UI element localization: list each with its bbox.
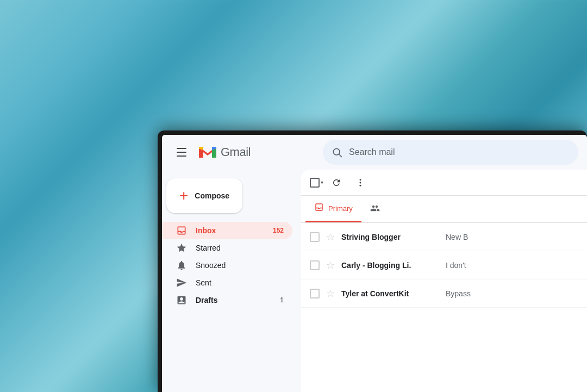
select-all-area[interactable]: ▾ — [310, 178, 323, 188]
snoozed-label: Snoozed — [196, 261, 284, 270]
menu-line-3 — [177, 155, 186, 157]
search-icon — [332, 147, 342, 158]
select-dropdown-arrow[interactable]: ▾ — [321, 179, 323, 185]
svg-line-10 — [339, 154, 342, 157]
gmail-header: Gmail — [162, 135, 587, 170]
search-bar[interactable] — [323, 140, 578, 165]
laptop-screen: Gmail + Compose — [162, 135, 587, 392]
email-area: ▾ — [301, 170, 587, 392]
email-row[interactable]: ☆ Tyler at ConvertKit Bypass — [301, 279, 587, 308]
snoozed-icon — [176, 260, 187, 271]
email-row[interactable]: ☆ Carly - Blogging Li. I don't — [301, 251, 587, 279]
gmail-m-icon — [198, 145, 217, 160]
email-star-1[interactable]: ☆ — [326, 231, 335, 243]
email-checkbox-3[interactable] — [310, 289, 320, 298]
primary-inbox-icon — [314, 202, 324, 212]
laptop-frame: Gmail + Compose — [158, 130, 587, 392]
social-people-icon — [370, 203, 380, 213]
svg-marker-8 — [199, 149, 203, 158]
refresh-button[interactable] — [326, 172, 347, 194]
tab-social[interactable] — [361, 196, 389, 222]
sidebar-item-drafts[interactable]: Drafts 1 — [162, 291, 292, 309]
primary-tab-icon — [314, 202, 324, 214]
email-sender-1: Striving Blogger — [341, 233, 439, 241]
more-options-icon — [355, 178, 365, 188]
compose-label: Compose — [195, 191, 229, 200]
email-star-2[interactable]: ☆ — [326, 259, 335, 271]
compose-plus-icon: + — [179, 188, 188, 203]
inbox-badge: 152 — [273, 227, 284, 234]
menu-line-2 — [177, 152, 186, 153]
more-options-button[interactable] — [349, 172, 371, 194]
social-tab-icon — [370, 203, 380, 215]
compose-button[interactable]: + Compose — [166, 178, 242, 213]
menu-line-1 — [177, 148, 186, 149]
email-preview-3: Bypass — [446, 289, 578, 298]
email-tabs: Primary — [301, 196, 587, 223]
sidebar: + Compose Inbox 152 — [162, 170, 301, 392]
drafts-label: Drafts — [196, 296, 271, 304]
email-toolbar: ▾ — [301, 170, 587, 196]
primary-tab-label: Primary — [328, 204, 353, 213]
inbox-label: Inbox — [196, 226, 264, 235]
tab-primary[interactable]: Primary — [305, 196, 361, 222]
email-checkbox-2[interactable] — [310, 260, 320, 270]
email-row[interactable]: ☆ Striving Blogger New B — [301, 223, 587, 251]
starred-label: Starred — [196, 244, 284, 252]
email-checkbox-1[interactable] — [310, 232, 320, 242]
email-sender-2: Carly - Blogging Li. — [341, 261, 439, 270]
main-content: + Compose Inbox 152 — [162, 170, 587, 392]
email-star-3[interactable]: ☆ — [326, 288, 335, 300]
email-list: ☆ Striving Blogger New B ☆ Carly - Blogg… — [301, 223, 587, 392]
sidebar-item-snoozed[interactable]: Snoozed — [162, 257, 292, 274]
drafts-badge: 1 — [280, 296, 284, 304]
refresh-icon — [332, 178, 341, 188]
svg-point-12 — [360, 182, 361, 183]
sent-icon — [176, 277, 187, 288]
svg-point-13 — [360, 184, 361, 186]
gmail-text-label: Gmail — [221, 145, 251, 159]
gmail-logo: Gmail — [198, 145, 251, 160]
email-preview-2: I don't — [446, 261, 578, 270]
email-preview-1: New B — [446, 233, 578, 241]
select-all-checkbox[interactable] — [310, 178, 320, 188]
svg-marker-7 — [212, 149, 216, 158]
starred-icon — [176, 242, 187, 253]
sent-label: Sent — [196, 278, 284, 287]
sidebar-item-starred[interactable]: Starred — [162, 239, 292, 257]
search-input[interactable] — [349, 147, 570, 157]
header-left: Gmail — [171, 141, 312, 163]
sidebar-item-inbox[interactable]: Inbox 152 — [162, 222, 292, 239]
menu-button[interactable] — [171, 141, 192, 163]
drafts-icon — [176, 295, 187, 306]
inbox-icon — [176, 225, 187, 236]
svg-point-11 — [360, 179, 361, 181]
email-sender-3: Tyler at ConvertKit — [341, 289, 439, 298]
sidebar-item-sent[interactable]: Sent — [162, 274, 292, 291]
